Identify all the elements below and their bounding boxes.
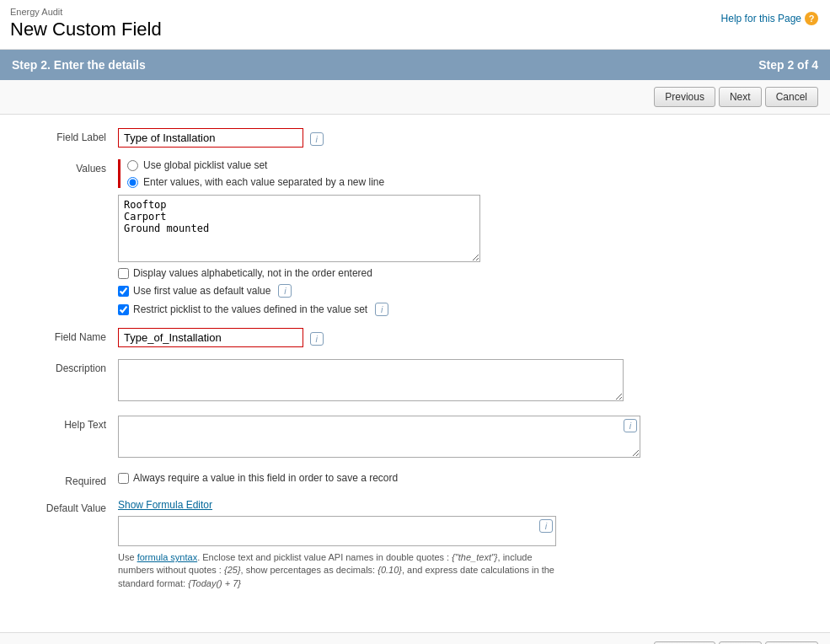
top-toolbar: Previous Next Cancel (0, 80, 830, 115)
required-content: Always require a value in this field in … (118, 472, 822, 487)
help-text-row: Help Text i (0, 416, 830, 460)
checkbox-alphabetical-label: Display values alphabetically, not in th… (133, 267, 372, 279)
field-name-label: Field Name (8, 328, 118, 347)
step-header-left: Step 2. Enter the details (12, 58, 146, 72)
help-text-textarea[interactable] (118, 416, 640, 458)
field-label-input[interactable] (118, 128, 303, 148)
description-content (118, 359, 822, 404)
helptext-wrapper: i (118, 416, 640, 460)
description-textarea[interactable] (118, 359, 624, 401)
default-input-wrapper: i (118, 516, 556, 546)
default-value-content: Show Formula Editor i Use formula syntax… (118, 499, 822, 590)
checkbox-restrict-picklist[interactable] (118, 304, 129, 315)
help-text-content: i (118, 416, 822, 460)
step-header: Step 2. Enter the details Step 2 of 4 (0, 50, 830, 80)
page-wrapper: Energy Audit New Custom Field Help for t… (0, 0, 830, 644)
help-text-label: Help Text (8, 416, 118, 460)
radio-enter-values: Enter values, with each value separated … (127, 176, 822, 188)
checkbox-alphabetical[interactable] (118, 268, 129, 279)
radio-enter-values-input[interactable] (127, 177, 138, 188)
object-name: Energy Audit (10, 7, 820, 17)
field-label-info-icon[interactable]: i (310, 132, 324, 146)
description-label: Description (8, 359, 118, 404)
help-link-text: Help for this Page (721, 13, 801, 24)
default-value-input[interactable] (118, 516, 556, 546)
default-value-info-icon[interactable]: i (539, 519, 553, 533)
field-name-row: Field Name i (0, 328, 830, 347)
values-border-section: Use global picklist value set Enter valu… (118, 159, 822, 188)
radio-enter-values-label: Enter values, with each value separated … (143, 176, 384, 188)
help-icon: ? (805, 12, 818, 25)
field-name-info-icon[interactable]: i (310, 332, 324, 346)
default-value-label: Default Value (8, 499, 118, 590)
field-label-content: i (118, 128, 822, 148)
field-label-label: Field Label (8, 128, 118, 148)
values-row: Values Use global picklist value set Ent… (0, 159, 830, 316)
help-link[interactable]: Help for this Page ? (721, 12, 818, 25)
checkbox-first-default-info-icon[interactable]: i (278, 284, 292, 298)
page-header: Energy Audit New Custom Field Help for t… (0, 0, 830, 50)
default-value-section: Show Formula Editor i Use formula syntax… (118, 499, 822, 590)
default-value-row: Default Value Show Formula Editor i Use … (0, 499, 830, 590)
help-text-info-icon[interactable]: i (624, 419, 637, 432)
field-name-input[interactable] (118, 328, 303, 347)
checkbox-restrict-picklist-row: Restrict picklist to the values defined … (118, 303, 822, 316)
radio-global-picklist-label: Use global picklist value set (143, 159, 267, 171)
required-checkbox-label: Always require a value in this field in … (133, 472, 398, 484)
step-header-right: Step 2 of 4 (758, 58, 818, 72)
radio-global-picklist: Use global picklist value set (127, 159, 822, 171)
values-textarea[interactable]: Rooftop Carport Ground mounted (118, 195, 480, 262)
formula-hint: Use formula syntax. Enclose text and pic… (118, 551, 556, 590)
required-row: Required Always require a value in this … (0, 472, 830, 487)
field-label-row: Field Label i (0, 128, 830, 148)
checkbox-first-default-row: Use first value as default value i (118, 284, 822, 298)
values-label: Values (8, 159, 118, 316)
top-cancel-button[interactable]: Cancel (765, 87, 818, 107)
checkbox-restrict-picklist-label: Restrict picklist to the values defined … (133, 303, 367, 315)
checkbox-first-default-label: Use first value as default value (133, 285, 270, 297)
values-content: Use global picklist value set Enter valu… (118, 159, 822, 316)
required-checkbox-row: Always require a value in this field in … (118, 472, 822, 484)
page-title: New Custom Field (10, 19, 820, 40)
top-next-button[interactable]: Next (719, 87, 762, 107)
checkbox-restrict-picklist-info-icon[interactable]: i (375, 303, 388, 316)
bottom-toolbar: Previous Next Cancel (0, 632, 830, 644)
checkbox-first-default[interactable] (118, 286, 129, 297)
required-checkbox[interactable] (118, 473, 129, 484)
description-row: Description (0, 359, 830, 404)
form-body: Field Label i Values Use global picklist… (0, 115, 830, 615)
required-label: Required (8, 472, 118, 487)
radio-global-picklist-input[interactable] (127, 160, 138, 171)
show-formula-link[interactable]: Show Formula Editor (118, 499, 822, 511)
formula-syntax-link[interactable]: formula syntax (137, 552, 198, 562)
field-name-content: i (118, 328, 822, 347)
top-previous-button[interactable]: Previous (654, 87, 715, 107)
checkbox-alphabetical-row: Display values alphabetically, not in th… (118, 267, 822, 279)
